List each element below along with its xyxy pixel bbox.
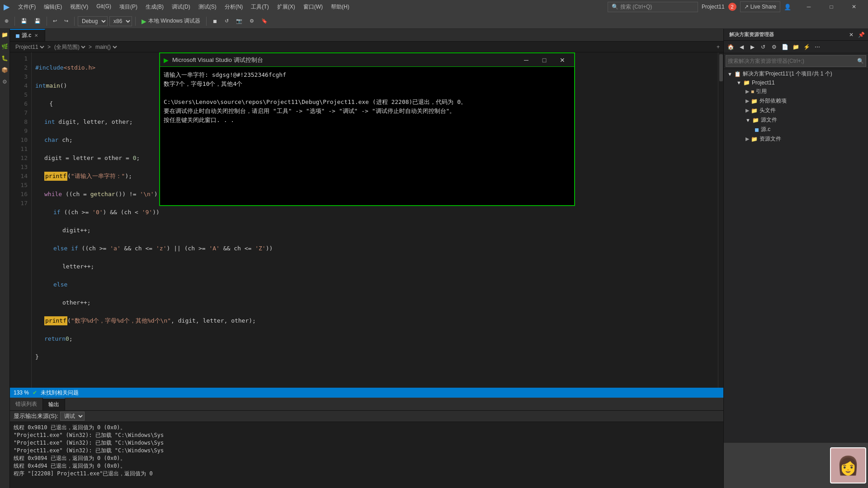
sidebar-sync-button[interactable]: ↺ <box>758 42 768 52</box>
close-button[interactable]: ✕ <box>844 0 864 14</box>
console-window[interactable]: ▶ Microsoft Visual Studio 调试控制台 ─ □ ✕ 请输… <box>159 52 575 206</box>
sidebar-home-button[interactable]: 🏠 <box>726 42 736 52</box>
menu-extensions[interactable]: 扩展(X) <box>274 2 299 12</box>
menu-file[interactable]: 文件(F) <box>14 2 39 12</box>
menu-edit[interactable]: 编辑(E) <box>40 2 66 12</box>
bookmark-button[interactable]: 🔖 <box>259 17 270 25</box>
extensions-icon[interactable]: 📦 <box>1 66 9 74</box>
output-line: 线程 0x9810 已退出，返回值为 0 (0x0)。 <box>14 424 720 432</box>
sidebar-forward-button[interactable]: ▶ <box>747 42 757 52</box>
sidebar-pin-button[interactable]: 📌 <box>856 30 866 40</box>
separator3 <box>74 17 75 26</box>
menu-build[interactable]: 生成(B) <box>142 2 167 12</box>
sidebar-new-file-button[interactable]: 📄 <box>780 42 790 52</box>
tab-output[interactable]: 输出 <box>43 398 65 410</box>
console-minimize-button[interactable]: ─ <box>518 55 534 66</box>
tree-external-deps[interactable]: ▶ 📁 外部依赖项 <box>724 96 868 106</box>
add-icon[interactable]: + <box>717 44 720 50</box>
menu-project[interactable]: 项目(P) <box>116 2 141 12</box>
solution-explorer-icon[interactable]: 📁 <box>1 31 9 39</box>
debug-config-select[interactable]: Debug <box>78 16 108 26</box>
references-expand-icon: ▶ <box>745 89 749 94</box>
platform-select[interactable]: x86 <box>109 16 132 26</box>
tree-solution[interactable]: ▼ 📋 解决方案'Project11'(1 个项目/共 1 个) <box>724 69 868 79</box>
notification-badge[interactable]: 2 <box>728 3 736 11</box>
debug-icon[interactable]: 🐛 <box>1 54 9 62</box>
sidebar-back-button[interactable]: ◀ <box>736 42 746 52</box>
sidebar-more-button[interactable]: ⋯ <box>812 42 822 52</box>
tree-headers[interactable]: ▶ 📁 头文件 <box>724 106 868 115</box>
sidebar-new-folder-button[interactable]: 📁 <box>791 42 801 52</box>
run-button[interactable]: ▶ 本地 Windows 调试器 <box>139 16 203 26</box>
console-line-6: 按任意键关闭此窗口. . . <box>164 116 571 125</box>
redo-button[interactable]: ↪ <box>61 17 71 25</box>
tab-close-button[interactable]: ✕ <box>33 33 39 39</box>
restart-button[interactable]: ↺ <box>222 17 231 25</box>
console-win-controls: ─ □ ✕ <box>518 55 571 66</box>
output-line: 程序 "[22208] Project11.exe"已退出，返回值为 0 <box>14 470 720 478</box>
minimize-button[interactable]: ─ <box>798 0 819 14</box>
breadcrumb-scope[interactable]: (全局范围) <box>52 43 87 51</box>
save-button[interactable]: 💾 <box>18 17 30 25</box>
tree-source-c[interactable]: ◼ 源.c <box>724 125 868 134</box>
code-editor[interactable]: 12345 678910 1112131415 1617 #include<st… <box>10 52 723 388</box>
menu-analyze[interactable]: 分析(N) <box>221 2 247 12</box>
menu-git[interactable]: Git(G) <box>93 2 115 12</box>
solution-icon: 📋 <box>734 71 741 77</box>
git-icon[interactable]: 🌿 <box>1 42 9 51</box>
undo-button[interactable]: ↩ <box>50 17 60 25</box>
tree-references[interactable]: ▶ ■ 引用 <box>724 87 868 96</box>
user-icon[interactable]: 👤 <box>784 4 791 10</box>
new-project-button[interactable]: ⊕ <box>2 17 11 25</box>
solution-expand-icon: ▼ <box>727 71 732 77</box>
settings-button[interactable]: ⚙ <box>247 17 257 25</box>
output-line: 线程 0x9894 已退出，返回值为 0 (0x0)。 <box>14 455 720 462</box>
sidebar-settings-button[interactable]: ⚙ <box>769 42 779 52</box>
tab-error-list[interactable]: 错误列表 <box>10 398 43 410</box>
scrollbar-thumb[interactable] <box>719 54 723 81</box>
live-share-button[interactable]: ↗ Live Share <box>740 1 780 12</box>
menu-help[interactable]: 帮助(H) <box>327 2 353 12</box>
output-source-select[interactable]: 调试 <box>60 412 85 421</box>
output-line: "Project11.exe" (Win32): 已加载 "C:\Windows… <box>14 432 720 439</box>
console-line-5: 要在调试停止时自动关闭控制台，请启用 "工具" -> "选项" -> "调试" … <box>164 107 571 116</box>
file-icon: ◼ <box>755 127 759 133</box>
console-line-3 <box>164 89 571 98</box>
references-label: 引用 <box>756 88 767 95</box>
save-all-button[interactable]: 💾 <box>32 17 43 25</box>
maximize-button[interactable]: □ <box>821 0 842 14</box>
menu-debug[interactable]: 调试(D) <box>168 2 194 12</box>
screenshot-button[interactable]: 📷 <box>233 17 245 25</box>
title-bar: ▶ 文件(F) 编辑(E) 视图(V) Git(G) 项目(P) 生成(B) 调… <box>0 0 868 14</box>
tree-source-files[interactable]: ▼ 📁 源文件 <box>724 115 868 125</box>
output-header: 显示输出来源(S): 调试 <box>10 411 723 422</box>
console-close-button[interactable]: ✕ <box>554 55 571 66</box>
global-search[interactable]: 🔍 搜索 (Ctrl+Q) <box>608 2 698 12</box>
tree-project[interactable]: ▼ 📁 Project11 <box>724 79 868 87</box>
sidebar-title: 解决方案资源管理器 <box>726 31 846 38</box>
project-expand-icon: ▼ <box>736 80 741 85</box>
sidebar-search-box[interactable]: 🔍 <box>724 53 868 69</box>
settings-icon[interactable]: ⚙ <box>1 78 9 86</box>
breadcrumb-project[interactable]: Project11 <box>14 43 46 51</box>
editor-scrollbar[interactable] <box>718 52 723 388</box>
tab-source-c[interactable]: ◼ 源.c ✕ <box>10 29 45 41</box>
console-maximize-button[interactable]: □ <box>536 55 552 66</box>
window-controls: ─ □ ✕ <box>798 0 864 14</box>
menu-view[interactable]: 视图(V) <box>66 2 92 12</box>
source-icon: 📁 <box>752 117 759 123</box>
user-avatar-icon: 👩 <box>837 455 859 476</box>
sidebar-filter-button[interactable]: ⚡ <box>802 42 811 52</box>
external-icon: 📁 <box>751 98 758 104</box>
project-label: Project11 <box>752 80 775 86</box>
sidebar-close-button[interactable]: ✕ <box>846 30 856 40</box>
tree-resource-files[interactable]: ▶ 📁 资源文件 <box>724 134 868 144</box>
menu-test[interactable]: 测试(S) <box>195 2 220 12</box>
stop-button[interactable]: ⏹ <box>210 17 220 25</box>
sidebar-search-field[interactable] <box>728 58 855 64</box>
menu-tools[interactable]: 工具(T) <box>247 2 272 12</box>
menu-window[interactable]: 窗口(W) <box>300 2 326 12</box>
breadcrumb-function[interactable]: main() <box>94 43 118 51</box>
zoom-level[interactable]: 133 % <box>14 389 29 396</box>
sidebar-search-input[interactable]: 🔍 <box>726 55 866 67</box>
